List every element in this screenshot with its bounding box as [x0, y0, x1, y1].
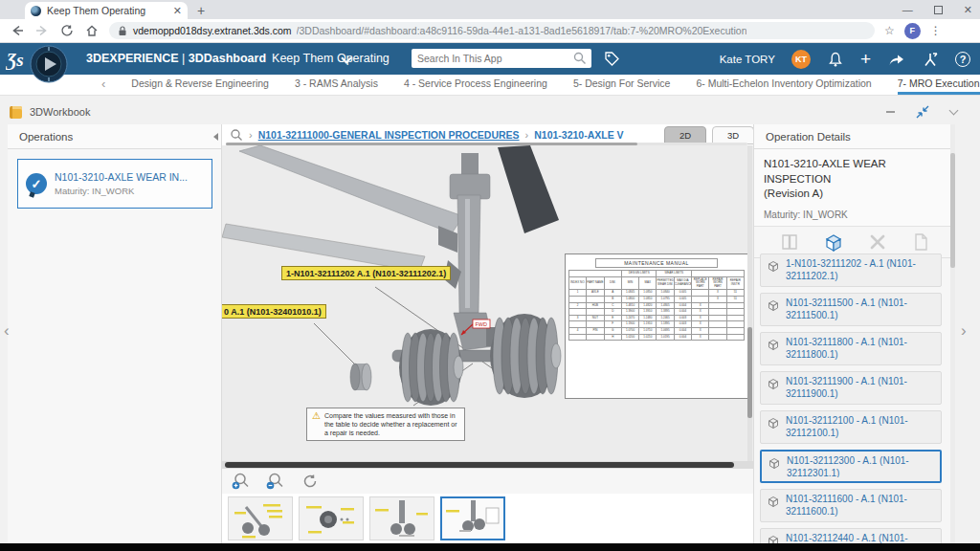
operation-maturity: Maturity: IN_WORK: [764, 209, 946, 220]
favicon-icon: [31, 6, 41, 16]
browser-tab[interactable]: Keep Them Operating ✕: [25, 2, 188, 19]
tab-rams-analysis[interactable]: 3 - RAMS Analysis: [295, 75, 378, 95]
details-scrollbar[interactable]: [950, 124, 955, 543]
tab-close-icon[interactable]: ✕: [173, 6, 182, 16]
part-item[interactable]: N101-32112100 - A.1 (N101-32112100.1): [760, 410, 942, 444]
breadcrumb-link-general-inspection[interactable]: N101-32111000-GENERAL INSPECTION PROCEDU…: [258, 129, 520, 141]
new-tab-button[interactable]: +: [197, 3, 205, 18]
part-3d-icon[interactable]: [822, 231, 845, 253]
page-nav-left-icon[interactable]: ‹: [4, 321, 10, 341]
operations-panel: Operations ✓ N101-3210-AXLE WEAR IN... M…: [8, 124, 222, 543]
url-domain: vdemoppd018dsy.extranet.3ds.com: [133, 25, 292, 36]
part-item[interactable]: 1-N101-32111202 - A.1 (N101-32111202.1): [760, 253, 942, 287]
help-icon[interactable]: ?: [955, 52, 970, 67]
page-thumbnail-4-selected[interactable]: [440, 496, 505, 540]
document-icon[interactable]: [910, 231, 931, 253]
part-item[interactable]: N101-32111600 - A.1 (N101-32111600.1): [760, 489, 942, 522]
url-path: /3DDashboard/#dashboard:a48c9116-59da-44…: [297, 25, 747, 36]
operation-title: N101-3210-AXLE WEAR INSPECTION: [764, 158, 886, 185]
tab-mro-execution[interactable]: 7- MRO Execution: [898, 75, 980, 95]
part-item[interactable]: N101-32111900 - A.1 (N101-32111900.1): [760, 371, 942, 405]
tools-icon[interactable]: [867, 231, 888, 253]
page-thumbnail-1[interactable]: [228, 496, 293, 540]
reload-icon[interactable]: [59, 23, 75, 38]
tabs-scroll-left-icon[interactable]: ‹: [101, 75, 105, 95]
part-item[interactable]: N101-32111500 - A.1 (N101-32111500.1): [760, 293, 942, 326]
operations-header: Operations: [8, 124, 221, 149]
browser-menu-icon[interactable]: ⋮: [930, 24, 942, 37]
browser-titlebar: Keep Them Operating ✕ + — ✕: [0, 0, 980, 19]
window-close-button[interactable]: ✕: [964, 5, 972, 15]
related-parts-list: 1-N101-32111202 - A.1 (N101-32111202.1) …: [754, 253, 947, 543]
workbook-icon[interactable]: [779, 231, 800, 253]
svg-text:Ʒs: Ʒs: [6, 50, 24, 70]
user-name[interactable]: Kate TORY: [720, 54, 775, 65]
search-icon[interactable]: [572, 51, 588, 66]
panel-collapse-left-icon[interactable]: [213, 133, 218, 141]
browser-urlbar: vdemoppd018dsy.extranet.3ds.com/3DDashbo…: [0, 19, 980, 43]
warning-icon: ⚠: [312, 411, 321, 437]
user-avatar[interactable]: KT: [791, 50, 811, 69]
browser-window: Keep Them Operating ✕ + — ✕ vdemoppd018d…: [0, 0, 980, 551]
forward-icon[interactable]: [34, 23, 50, 38]
viewport-2d[interactable]: FWD 1-N101-32111202 A.1 (N101-32111202.1…: [222, 145, 753, 461]
widget-restore-icon[interactable]: [916, 105, 929, 119]
zoom-search-icon[interactable]: [230, 128, 243, 142]
zoom-in-icon[interactable]: [232, 472, 251, 491]
page-nav-right-icon[interactable]: ›: [961, 321, 967, 341]
browser-profile-avatar[interactable]: F: [904, 23, 921, 39]
share-icon[interactable]: [887, 51, 905, 68]
operation-details-header: Operation Details: [754, 124, 955, 149]
operation-details-panel: Operation Details N101-3210-AXLE WEAR IN…: [753, 124, 955, 543]
widget-menu-chevron-icon[interactable]: [949, 106, 959, 116]
part-cube-icon: [767, 377, 780, 390]
tab-design-for-service[interactable]: 5- Design For Service: [573, 75, 671, 95]
back-icon[interactable]: [10, 23, 25, 38]
maintenance-table: MAINTENANCE MANUALDESIGN LIMITSWEAR LIMI…: [565, 253, 748, 399]
widget-header: 3DWorkbook: [10, 101, 970, 122]
zoom-out-icon[interactable]: [266, 472, 285, 491]
part-cube-icon: [767, 338, 780, 351]
page-thumbnail-2[interactable]: [299, 496, 364, 540]
search-input[interactable]: [412, 53, 572, 64]
part-cube-icon: [767, 495, 780, 508]
operation-card-title: N101-3210-AXLE WEAR IN...: [55, 171, 188, 183]
operation-details-title-block: N101-3210-AXLE WEAR INSPECTION(Revision …: [754, 149, 955, 227]
fwd-label: FWD: [476, 321, 488, 327]
window-maximize-button[interactable]: [934, 6, 943, 14]
callout-part-32401010[interactable]: 0 A.1 (N101-32401010.1): [222, 304, 326, 319]
breadcrumb-item-axle[interactable]: N101-3210-AXLE V: [534, 129, 623, 141]
dashboard-name[interactable]: Keep Them Operating: [272, 52, 390, 65]
viewport-horizontal-scrollbar[interactable]: [222, 461, 753, 469]
bookmark-star-icon[interactable]: ☆: [884, 24, 895, 37]
browser-tab-title: Keep Them Operating: [47, 5, 167, 16]
part-cube-icon: [768, 456, 781, 470]
lock-icon: [117, 25, 128, 37]
viewport-vertical-scrollbar[interactable]: [747, 145, 752, 461]
reset-view-icon[interactable]: [301, 472, 320, 491]
home-icon[interactable]: [84, 23, 100, 38]
tag-icon[interactable]: [603, 50, 621, 68]
tab-multi-echelon-inventory-optimization[interactable]: 6- Multi-Echelon Inventory Optimization: [696, 75, 871, 95]
part-item-selected[interactable]: N101-32112300 - A.1 (N101-32112301.1): [760, 450, 942, 483]
part-item[interactable]: N101-32112440 - A.1 (N101-32112440.1): [760, 528, 942, 543]
tab-service-process-engineering[interactable]: 4 - Service Process Engineering: [404, 75, 547, 95]
part-item[interactable]: N101-32111800 - A.1 (N101-32111800.1): [760, 332, 942, 365]
address-bar[interactable]: vdemoppd018dsy.extranet.3ds.com/3DDashbo…: [109, 22, 875, 39]
window-minimize-button[interactable]: —: [902, 5, 913, 15]
widget-controls: [886, 101, 957, 122]
letterbox-bar: [0, 543, 980, 551]
widget-minimize-icon[interactable]: [886, 111, 895, 113]
operation-card[interactable]: ✓ N101-3210-AXLE WEAR IN... Maturity: IN…: [17, 159, 212, 209]
collaboration-icon[interactable]: [922, 51, 939, 68]
page-thumbnail-3[interactable]: [369, 496, 434, 540]
tab-design-reverse-engineering[interactable]: Design & Reverse Engineering: [131, 75, 269, 95]
add-content-icon[interactable]: +: [860, 50, 871, 68]
viewer-toolbar: [222, 469, 753, 494]
3dworkbook-icon: [10, 106, 22, 119]
notifications-bell-icon[interactable]: [827, 51, 844, 68]
brand-app: 3DDashboard: [189, 52, 266, 65]
callout-part-32111202[interactable]: 1-N101-32111202 A.1 (N101-32111202.1): [281, 266, 451, 280]
inspection-note: ⚠ Compare the values measured with those…: [306, 408, 465, 441]
compass-icon[interactable]: [30, 45, 68, 83]
